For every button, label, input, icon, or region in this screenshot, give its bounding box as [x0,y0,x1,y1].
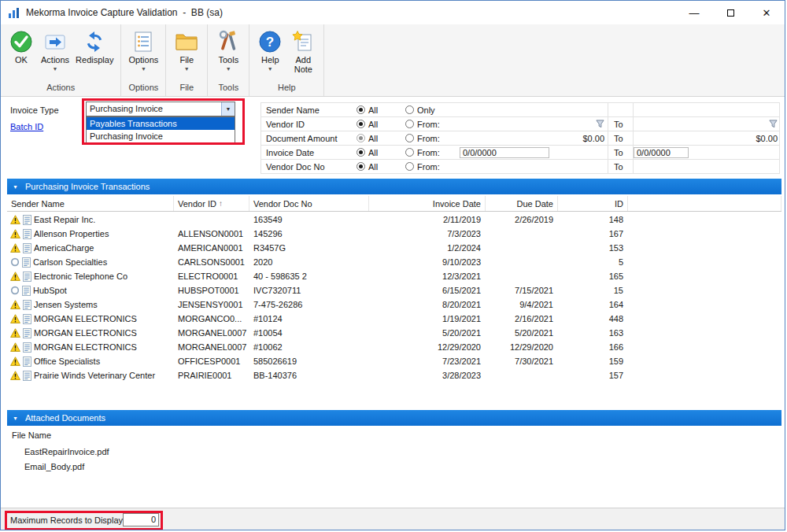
close-button[interactable]: ✕ [748,1,785,24]
radio-button[interactable] [405,105,414,114]
maximize-button[interactable] [712,1,748,24]
table-row[interactable]: HubSpotHUBSPOT0001IVC73207116/15/20217/1… [7,283,781,297]
actions-button[interactable]: Actions ▼ [38,27,72,72]
radio-label: From: [417,162,440,172]
collapse-icon[interactable]: ▼ [13,184,18,190]
date-input[interactable]: 0/0/0000 [634,147,689,158]
radio-button-selected[interactable] [357,105,365,114]
cell-vendor-doc-no: #10124 [249,314,369,323]
help-button[interactable]: ? Help ▼ [253,27,286,72]
table-row[interactable]: Jensen SystemsJENSENSY00017-475-262868/2… [7,297,781,312]
vendor-id-to-field[interactable] [633,117,781,131]
lookup-icon[interactable] [596,120,604,128]
file-button[interactable]: File ▼ [170,27,203,72]
radio-button-selected[interactable] [357,120,365,128]
filter-label-invoice-date: Invoice Date [261,146,352,159]
ribbon-group-label-tools: Tools [212,79,245,96]
cell-due-date: 2/26/2019 [486,215,558,224]
cell-due-date: 7/30/2021 [486,357,558,366]
table-row[interactable]: Prairie Winds Veterinary CenterPRAIRIE00… [7,368,781,382]
svg-text:?: ? [266,35,274,50]
dropdown-option-purchasing[interactable]: Purchasing Invoice [87,130,235,142]
document-icon [23,229,31,239]
vendor-doc-no-all-option[interactable]: All [352,160,401,173]
chevron-down-icon: ▼ [268,65,273,72]
table-row[interactable]: Office SpecialistsOFFICESP00015850266197… [7,354,781,368]
cell-invoice-date: 8/20/2021 [369,300,486,309]
table-row[interactable]: Carlson SpecialtiesCARLSONS000120209/10/… [7,255,781,269]
redisplay-button-label: Redisplay [76,55,113,65]
radio-button[interactable] [405,162,414,171]
document-amount-from-field[interactable]: $0.00 [460,131,608,145]
radio-button-selected[interactable] [357,162,365,171]
radio-label: From: [417,148,440,157]
batch-id-link[interactable]: Batch ID [10,122,43,131]
ok-button[interactable]: OK [5,27,38,65]
table-row[interactable]: MORGAN ELECTRONICSMORGANEL0007#1006212/2… [7,340,781,354]
radio-button[interactable] [405,120,414,128]
vendor-doc-no-to-field[interactable] [633,160,781,173]
document-amount-from-option[interactable]: From: [401,131,460,145]
cell-invoice-date: 6/15/2021 [369,286,486,295]
ribbon-group-help: ? Help ▼ Add Note Help [249,24,324,96]
column-header-due-date[interactable]: Due Date [486,196,558,211]
vendor-doc-no-from-field[interactable] [460,160,608,173]
column-header-invoice-date[interactable]: Invoice Date [369,196,486,211]
vendor-id-from-field[interactable] [460,117,608,131]
collapse-icon[interactable]: ▼ [13,416,18,421]
cell-vendor-doc-no: R3457G [249,243,369,253]
warning-icon [10,357,20,366]
invoice-type-label: Invoice Type [10,105,59,115]
vendor-id-from-option[interactable]: From: [401,117,460,131]
dropdown-option-payables[interactable]: Payables Transactions [87,117,235,130]
cell-id: 153 [558,243,628,253]
column-header-vendor-id[interactable]: Vendor ID↑ [174,196,249,211]
table-row[interactable]: Allenson PropertiesALLENSON00011452967/3… [7,227,781,241]
cell-due-date: 12/29/2020 [486,342,558,352]
status-circle-icon [10,257,20,267]
max-records-input[interactable]: 0 [123,513,159,526]
vendor-id-all-option[interactable]: All [352,117,401,131]
attached-file-item[interactable]: EastRepairInvoice.pdf [24,447,109,456]
invoice-date-all-option[interactable]: All [352,146,401,159]
invoice-date-from-option[interactable]: From: [401,146,460,159]
tools-button[interactable]: Tools ▼ [212,27,245,72]
minimize-button[interactable]: — [676,1,712,24]
column-header-sender-name[interactable]: Sender Name [7,196,174,211]
document-amount-all-option[interactable]: All [352,131,401,145]
attached-documents-section-header[interactable]: ▼ Attached Documents [7,410,781,426]
table-row[interactable]: East Repair Inc.1635492/11/20192/26/2019… [7,212,781,227]
radio-button-selected-disabled[interactable] [357,134,365,142]
sender-name-only-option[interactable]: Only [401,103,460,116]
column-header-id[interactable]: ID [558,196,628,211]
cell-sender-name: MORGAN ELECTRONICS [7,314,174,324]
column-header-vendor-doc-no[interactable]: Vendor Doc No [249,196,369,211]
table-row[interactable]: AmericaChargeAMERICAN0001R3457G1/2/20241… [7,241,781,255]
combo-dropdown-button[interactable]: ▼ [221,102,235,116]
filter-panel: Sender Name All Only Vendor ID All From:… [260,102,780,174]
sender-name-text: Prairie Winds Veterinary Center [34,371,155,380]
filter-row-vendor-doc-no: Vendor Doc No All From: To [261,160,779,174]
radio-button[interactable] [405,148,414,157]
document-amount-to-field[interactable]: $0.00 [633,131,781,145]
add-note-button[interactable]: Add Note [286,27,320,74]
table-row[interactable]: MORGAN ELECTRONICSMORGANCO0...#101241/19… [7,312,781,326]
cell-vendor-id: JENSENSY0001 [174,300,249,309]
cell-vendor-id: CARLSONS0001 [174,257,249,267]
vendor-doc-no-from-option[interactable]: From: [401,160,460,173]
table-row[interactable]: Electronic Telephone CoELECTRO000140 - 5… [7,269,781,283]
warning-icon [10,314,20,323]
transactions-section-header[interactable]: ▼ Purchasing Invoice Transactions [7,179,781,194]
redisplay-button[interactable]: Redisplay [72,27,116,65]
invoice-type-combo[interactable]: Purchasing Invoice ▼ [86,102,235,116]
radio-button-selected[interactable] [357,148,365,157]
lookup-icon[interactable] [769,120,778,128]
attached-file-item[interactable]: Email_Body.pdf [24,462,84,471]
radio-button[interactable] [405,134,414,142]
cell-due-date: 9/4/2021 [486,300,558,309]
table-row[interactable]: MORGAN ELECTRONICSMORGANEL0007#100545/20… [7,326,781,340]
date-input[interactable]: 0/0/0000 [460,147,549,158]
sender-name-all-option[interactable]: All [352,103,401,116]
cell-vendor-doc-no: 2020 [249,257,369,267]
options-button[interactable]: Options ▼ [125,27,161,72]
